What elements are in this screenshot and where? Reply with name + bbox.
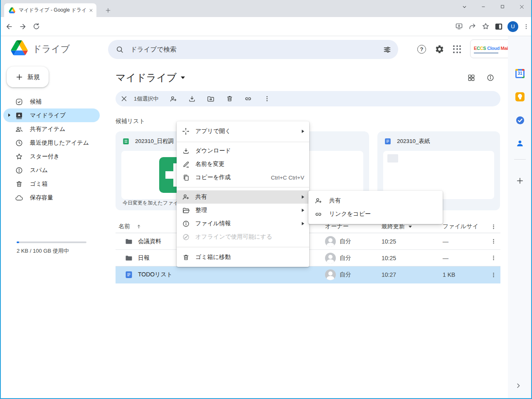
drive-logo-icon[interactable]	[11, 40, 28, 55]
new-button[interactable]: 新規	[7, 66, 49, 87]
tab-search-chevron-icon[interactable]	[455, 0, 474, 13]
sort-descending-icon[interactable]	[409, 226, 412, 228]
menu-item-open-with[interactable]: アプリで開く	[177, 123, 309, 140]
clock-icon	[15, 139, 23, 147]
get-addons-plus-icon[interactable]	[515, 176, 525, 186]
forward-button[interactable]	[19, 22, 27, 31]
info-icon	[182, 219, 190, 228]
side-panel-icon[interactable]	[495, 23, 503, 30]
menu-item-move-to-trash[interactable]: ゴミ箱に移動	[177, 251, 309, 264]
settings-gear-icon[interactable]	[435, 44, 444, 54]
person-add-icon	[314, 197, 323, 205]
menu-item-download[interactable]: ダウンロード	[177, 144, 309, 158]
get-link-button[interactable]	[244, 95, 252, 103]
clear-selection-button[interactable]	[120, 95, 128, 103]
keep-icon[interactable]	[515, 92, 525, 102]
copy-icon	[182, 173, 190, 182]
tab-close-icon[interactable]	[89, 8, 93, 12]
info-icon[interactable]	[486, 74, 495, 82]
trash-icon	[15, 180, 23, 188]
sort-ascending-icon[interactable]	[136, 224, 142, 229]
sidebar-item-spam[interactable]: スパム	[3, 163, 100, 177]
menu-item-share[interactable]: 共有	[177, 190, 309, 204]
row-options-kebab-icon[interactable]	[486, 238, 500, 244]
owner-name: 自分	[340, 254, 351, 262]
share-icon[interactable]	[468, 22, 477, 31]
owner-avatar	[325, 253, 336, 264]
menu-item-rename[interactable]: 名前を変更	[177, 158, 309, 171]
organize-folder-icon	[182, 206, 190, 214]
share-person-add-button[interactable]	[169, 95, 177, 103]
back-button[interactable]	[5, 22, 13, 31]
file-size: —	[443, 255, 486, 261]
browser-profile-avatar[interactable]: U	[507, 21, 518, 32]
trash-button[interactable]	[225, 95, 234, 103]
doc-page-thumbnail	[387, 154, 398, 163]
cloud-icon	[15, 194, 23, 202]
submenu-arrow-icon	[302, 195, 304, 199]
browser-tab[interactable]: マイドライブ - Google ドライブ	[4, 3, 96, 17]
browser-menu-kebab-icon[interactable]	[523, 23, 530, 30]
menu-item-file-info[interactable]: ファイル情報	[177, 217, 309, 230]
sidebar-item-suggestions[interactable]: 候補	[3, 95, 100, 108]
browser-toolbar: drive.google.com/drive/my-drive U	[0, 17, 532, 36]
card-reason-text: 今日変更を加えたファイ	[123, 200, 178, 207]
bookmark-star-icon[interactable]	[481, 22, 490, 31]
install-icon[interactable]	[455, 22, 463, 31]
sidebar-item-label: 候補	[30, 98, 42, 106]
sidebar-item-trash[interactable]: ゴミ箱	[3, 177, 100, 191]
search-icon	[116, 45, 124, 54]
more-actions-kebab-icon[interactable]	[263, 95, 271, 103]
search-input[interactable]: ドライブで検索	[108, 40, 398, 59]
sidebar-item-starred[interactable]: スター付き	[3, 150, 100, 163]
google-apps-grid-icon[interactable]	[453, 45, 461, 54]
search-options-icon[interactable]	[383, 45, 392, 54]
browser-window: マイドライブ - Google ドライブ drive.google.com/dr…	[0, 0, 532, 399]
grid-view-toggle-icon[interactable]	[467, 74, 475, 82]
offline-pin-icon	[182, 233, 190, 241]
shortcut-label: Ctrl+C Ctrl+V	[271, 175, 304, 181]
link-icon	[314, 210, 323, 218]
sidebar-item-shared[interactable]: 共有アイテム	[3, 122, 100, 136]
card-title: 202310_日程調	[135, 138, 174, 145]
table-row-selected[interactable]: TODOリスト 自分 10:27 1 KB	[116, 266, 500, 283]
sidebar: 新規 候補 マイドライブ 共有アイテム 最近使用したアイ	[0, 62, 107, 398]
menu-item-organize[interactable]: 整理	[177, 204, 309, 217]
menu-divider	[177, 187, 309, 187]
sidebar-item-recent[interactable]: 最近使用したアイテム	[3, 136, 100, 150]
download-button[interactable]	[188, 95, 196, 103]
window-close-button[interactable]	[512, 0, 531, 13]
submenu-item-copy-link[interactable]: リンクをコピー	[308, 207, 443, 221]
show-side-panel-chevron-icon[interactable]	[515, 382, 522, 389]
open-with-icon	[182, 127, 190, 135]
row-options-kebab-icon[interactable]	[486, 272, 500, 278]
contacts-icon[interactable]	[515, 138, 525, 148]
window-maximize-button[interactable]	[493, 0, 512, 13]
page-title[interactable]: マイドライブ	[116, 71, 177, 84]
owner-name: 自分	[340, 271, 351, 278]
title-dropdown-caret-icon[interactable]	[181, 76, 185, 79]
selection-toolbar: 1個選択中	[116, 91, 500, 106]
sidebar-item-storage[interactable]: 保存容量	[3, 191, 100, 204]
context-menu: アプリで開く ダウンロード 名前を変更 コピーを作成 Ctrl+C Ctrl+V…	[177, 121, 309, 267]
column-size-label[interactable]: ファイルサイ	[443, 223, 486, 230]
menu-item-offline-disabled: オフラインで使用可能にする	[177, 230, 309, 244]
expand-caret-icon[interactable]	[8, 113, 10, 117]
window-minimize-button[interactable]	[474, 0, 493, 13]
reload-button[interactable]	[32, 22, 40, 30]
column-name-label[interactable]: 名前	[118, 223, 130, 230]
modified-time: 10:25	[382, 255, 443, 261]
menu-item-make-copy[interactable]: コピーを作成 Ctrl+C Ctrl+V	[177, 171, 309, 184]
column-options-kebab-icon[interactable]	[486, 224, 500, 230]
sidebar-item-my-drive[interactable]: マイドライブ	[3, 108, 100, 122]
calendar-icon[interactable]	[515, 69, 525, 79]
new-tab-button[interactable]	[103, 5, 113, 15]
help-icon[interactable]	[417, 45, 426, 54]
selection-count: 1個選択中	[134, 95, 158, 103]
modified-time: 10:27	[382, 271, 443, 278]
submenu-item-share[interactable]: 共有	[308, 194, 443, 207]
tasks-icon[interactable]	[515, 115, 525, 125]
move-to-folder-button[interactable]	[207, 95, 215, 103]
side-panel-strip	[508, 36, 532, 398]
row-options-kebab-icon[interactable]	[486, 255, 500, 261]
